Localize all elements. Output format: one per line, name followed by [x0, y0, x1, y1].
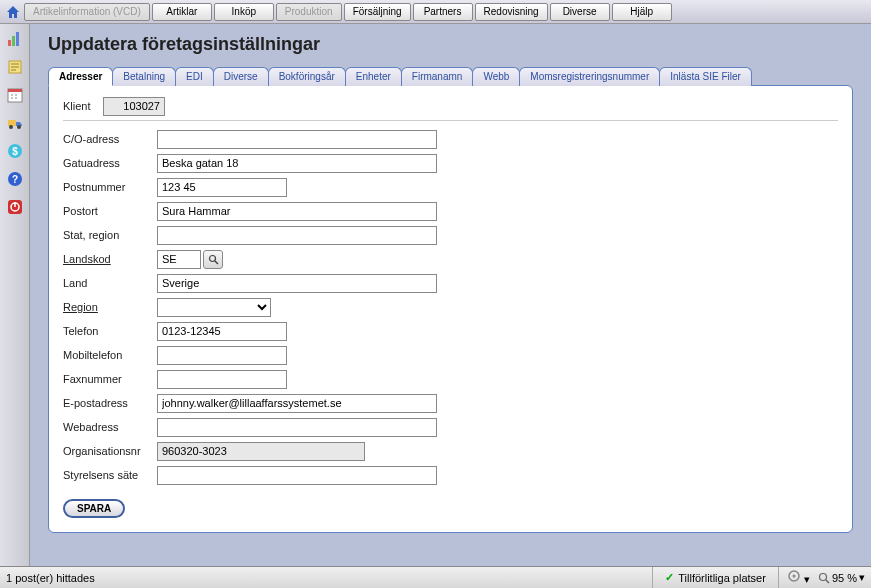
svg-line-17 — [215, 261, 218, 264]
svg-rect-2 — [16, 32, 19, 46]
input-telefon[interactable] — [157, 322, 287, 341]
sidebar: $ ? — [0, 24, 30, 566]
svg-rect-6 — [8, 120, 16, 126]
svg-rect-0 — [8, 40, 11, 46]
input-styrelse[interactable] — [157, 466, 437, 485]
tab-panel-adresser: Klient 103027 C/O-adress Gatuadress Post… — [48, 85, 853, 533]
svg-text:?: ? — [11, 174, 17, 185]
status-trusted: ✓ Tillförlitliga platser — [652, 567, 779, 588]
status-settings-icon[interactable]: ▾ — [787, 569, 810, 586]
zoom-control[interactable]: 95 % ▾ — [818, 571, 865, 584]
input-mobil[interactable] — [157, 346, 287, 365]
field-orgnr: 960320-3023 — [157, 442, 365, 461]
svg-line-21 — [826, 580, 829, 583]
search-icon — [208, 254, 219, 265]
label-styrelse: Styrelsens säte — [63, 469, 157, 481]
search-landskod-button[interactable] — [203, 250, 223, 269]
label-stat: Stat, region — [63, 229, 157, 241]
label-postnr: Postnummer — [63, 181, 157, 193]
input-co[interactable] — [157, 130, 437, 149]
home-icon[interactable] — [4, 3, 22, 21]
tab-bokforingsar[interactable]: Bokföringsår — [268, 67, 346, 86]
svg-point-7 — [9, 125, 13, 129]
svg-point-16 — [209, 255, 215, 261]
label-fax: Faxnummer — [63, 373, 157, 385]
select-region[interactable] — [157, 298, 271, 317]
label-gatu: Gatuadress — [63, 157, 157, 169]
sidebar-power-icon[interactable] — [4, 196, 26, 218]
sidebar-money-icon[interactable]: $ — [4, 140, 26, 162]
content-area: Uppdatera företagsinställningar Adresser… — [30, 24, 871, 566]
label-web: Webadress — [63, 421, 157, 433]
tab-enheter[interactable]: Enheter — [345, 67, 402, 86]
input-land[interactable] — [157, 274, 437, 293]
sidebar-calendar-icon[interactable] — [4, 84, 26, 106]
sidebar-chart-icon[interactable] — [4, 28, 26, 50]
svg-point-8 — [17, 125, 21, 129]
sidebar-help-icon[interactable]: ? — [4, 168, 26, 190]
input-postnr[interactable] — [157, 178, 287, 197]
label-landskod: Landskod — [63, 253, 157, 265]
nav-hjalp[interactable]: Hjälp — [612, 3, 672, 21]
label-epost: E-postadress — [63, 397, 157, 409]
svg-point-20 — [819, 573, 826, 580]
nav-redovisning[interactable]: Redovisning — [475, 3, 548, 21]
zoom-icon — [818, 572, 830, 584]
nav-artiklar[interactable]: Artiklar — [152, 3, 212, 21]
tab-diverse[interactable]: Diverse — [213, 67, 269, 86]
label-land: Land — [63, 277, 157, 289]
svg-rect-1 — [12, 36, 15, 46]
tab-moms[interactable]: Momsregistreringsnummer — [519, 67, 660, 86]
nav-artikelinfo: Artikelinformation (VCD) — [24, 3, 150, 21]
tab-bar: Adresser Betalning EDI Diverse Bokföring… — [48, 67, 853, 86]
nav-produktion: Produktion — [276, 3, 342, 21]
tab-betalning[interactable]: Betalning — [112, 67, 176, 86]
label-klient: Klient — [63, 100, 103, 112]
svg-rect-5 — [8, 89, 22, 92]
input-postort[interactable] — [157, 202, 437, 221]
status-message: 1 post(er) hittades — [6, 572, 652, 584]
input-stat[interactable] — [157, 226, 437, 245]
label-postort: Postort — [63, 205, 157, 217]
input-fax[interactable] — [157, 370, 287, 389]
svg-text:$: $ — [12, 146, 18, 157]
tab-adresser[interactable]: Adresser — [48, 67, 113, 86]
label-region: Region — [63, 301, 157, 313]
check-icon: ✓ — [665, 571, 674, 584]
nav-forsaljning[interactable]: Försäljning — [344, 3, 411, 21]
zoom-value: 95 % — [832, 572, 857, 584]
input-web[interactable] — [157, 418, 437, 437]
tab-edi[interactable]: EDI — [175, 67, 214, 86]
tab-sie[interactable]: Inlästa SIE Filer — [659, 67, 752, 86]
tab-webb[interactable]: Webb — [472, 67, 520, 86]
field-klient: 103027 — [103, 97, 165, 116]
label-mobil: Mobiltelefon — [63, 349, 157, 361]
status-trusted-label: Tillförlitliga platser — [678, 572, 766, 584]
page-title: Uppdatera företagsinställningar — [48, 34, 853, 55]
label-orgnr: Organisationsnr — [63, 445, 157, 457]
input-gatu[interactable] — [157, 154, 437, 173]
top-nav: Artikelinformation (VCD) Artiklar Inköp … — [0, 0, 871, 24]
svg-point-19 — [792, 575, 795, 578]
nav-inkop[interactable]: Inköp — [214, 3, 274, 21]
nav-diverse[interactable]: Diverse — [550, 3, 610, 21]
sidebar-truck-icon[interactable] — [4, 112, 26, 134]
label-telefon: Telefon — [63, 325, 157, 337]
save-button[interactable]: SPARA — [63, 499, 125, 518]
sidebar-note-icon[interactable] — [4, 56, 26, 78]
input-epost[interactable] — [157, 394, 437, 413]
input-landskod[interactable] — [157, 250, 201, 269]
status-bar: 1 post(er) hittades ✓ Tillförlitliga pla… — [0, 566, 871, 588]
nav-partners[interactable]: Partners — [413, 3, 473, 21]
label-co: C/O-adress — [63, 133, 157, 145]
tab-firmanamn[interactable]: Firmanamn — [401, 67, 474, 86]
